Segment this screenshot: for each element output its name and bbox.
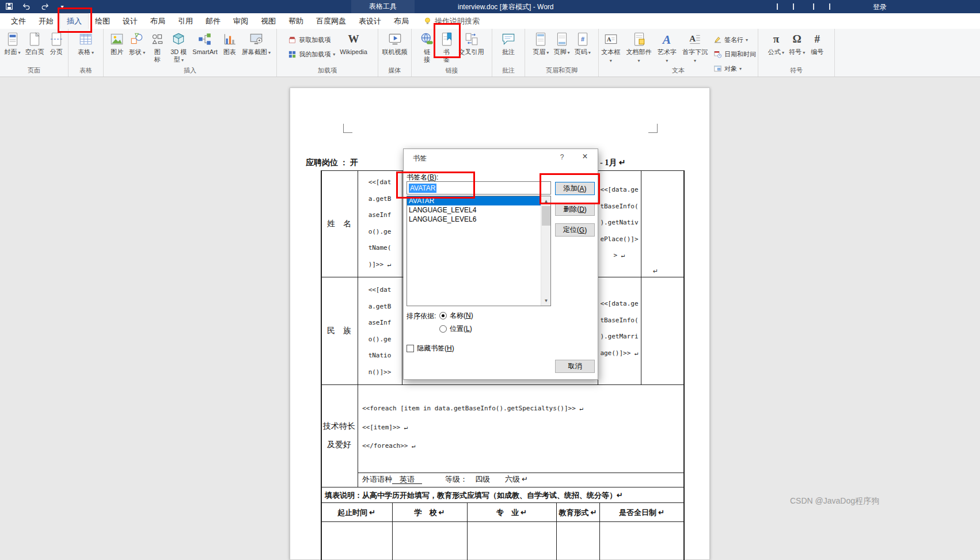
radio-selected-icon[interactable] [439, 312, 447, 319]
scrollbar[interactable]: ▲ ▼ [541, 196, 550, 306]
tab-review[interactable]: 审阅 [227, 13, 255, 29]
button-label: 首字下沉 ▾ [682, 48, 708, 64]
drop-cap-button[interactable]: A首字下沉 ▾ [680, 31, 710, 65]
icons-icon [150, 31, 165, 47]
table-cell-specialty-label: 技术特长 及爱好 [321, 384, 358, 487]
signature-icon [713, 35, 722, 44]
wordart-button[interactable]: A艺术字 ▾ [655, 31, 679, 65]
my-addins-button[interactable]: 我的加载项▾ [286, 49, 337, 59]
date-time-button[interactable]: 日期和时间 [711, 49, 758, 59]
online-video-button[interactable]: 联机视频 [381, 31, 409, 56]
tab-view[interactable]: 视图 [255, 13, 282, 29]
tab-home[interactable]: 开始 [32, 13, 60, 29]
bookmark-list-item[interactable]: LANGUAGE_LEVEL4 [407, 205, 541, 215]
button-label: 交叉引用 [459, 48, 484, 56]
quick-parts-button[interactable]: 文档部件 ▾ [624, 31, 654, 65]
button-label: 3D 模型 ▾ [169, 48, 188, 64]
sign-in-button[interactable]: 登录 [873, 2, 887, 12]
button-label: 符号 ▾ [789, 48, 805, 56]
column-header-major: 专 业 ↵ [467, 508, 556, 518]
chart-button[interactable]: 图表 [221, 31, 239, 56]
3d-models-button[interactable]: 3D 模型 ▾ [168, 31, 189, 64]
tab-design[interactable]: 设计 [116, 13, 144, 29]
3d-model-icon [171, 31, 186, 47]
pictures-button[interactable]: 图片 [108, 31, 126, 56]
scroll-down-icon[interactable]: ▼ [541, 296, 551, 306]
goto-button[interactable]: 定位(G) [555, 223, 595, 237]
group-label: 页面 [0, 66, 68, 75]
comment-button[interactable]: 批注 [499, 31, 518, 56]
numbering-icon: # [815, 31, 821, 47]
store-icon [287, 35, 297, 44]
sort-by-name-option[interactable]: 名称(N) [439, 311, 473, 321]
hidden-bookmarks-label: 隐藏书签(H) [417, 344, 454, 353]
bookmark-list-item[interactable]: LANGUAGE_LEVEL6 [407, 215, 541, 224]
svg-text:#: # [581, 36, 584, 43]
symbol-button[interactable]: Ω符号 ▾ [787, 31, 807, 57]
scrollbar-thumb[interactable] [542, 206, 550, 226]
document-title: interview.doc [兼容模式] - Word [458, 2, 554, 12]
button-label: 图片 [111, 48, 123, 56]
screenshot-button[interactable]: 屏幕截图 ▾ [240, 31, 272, 57]
radio-icon[interactable] [439, 325, 447, 333]
page-number-button[interactable]: #页码 ▾ [573, 31, 592, 57]
wikipedia-icon: W [348, 31, 359, 47]
cover-page-button[interactable]: 封面 ▾ [2, 31, 22, 57]
tab-mailings[interactable]: 邮件 [199, 13, 227, 29]
icons-button[interactable]: 图标 [148, 31, 166, 64]
bookmark-list[interactable]: AVATARLANGUAGE_LEVEL4LANGUAGE_LEVEL6 ▲ ▼ [407, 196, 551, 306]
language-label: 外语语种 [362, 475, 392, 483]
tab-table-layout[interactable]: 布局 [388, 13, 415, 29]
table-border [358, 473, 684, 473]
save-icon[interactable] [5, 2, 14, 11]
group-label: 链接 [412, 66, 492, 75]
wikipedia-button[interactable]: WWikipedia [338, 31, 369, 56]
tab-baidu-netdisk[interactable]: 百度网盘 [310, 13, 352, 29]
tab-references[interactable]: 引用 [172, 13, 199, 29]
group-label: 插入 [104, 66, 276, 75]
column-header-education-form: 教育形式 ↵ [556, 508, 599, 518]
tab-draw[interactable]: 绘图 [89, 13, 116, 29]
group-comments: 批注批注 [492, 29, 525, 77]
text-box-button[interactable]: A文本框 ▾ [599, 31, 623, 65]
page-break-button[interactable]: 分页 [47, 31, 66, 56]
table-border [321, 170, 322, 560]
bookmark-list-items: AVATARLANGUAGE_LEVEL4LANGUAGE_LEVEL6 [407, 196, 550, 224]
tab-file[interactable]: 文件 [5, 13, 32, 29]
checkbox-icon[interactable] [407, 345, 414, 352]
text-box-icon: A [603, 31, 618, 47]
signature-line-button[interactable]: 签名行▾ [711, 35, 758, 45]
equation-button[interactable]: π公式 ▾ [766, 31, 786, 57]
my-addins-icon [287, 49, 297, 59]
tab-layout[interactable]: 布局 [144, 13, 172, 29]
cover-page-icon [5, 31, 20, 47]
footer-button[interactable]: 页脚 ▾ [552, 31, 571, 57]
tab-help[interactable]: 帮助 [282, 13, 310, 29]
hidden-bookmarks-option[interactable]: 隐藏书签(H) [407, 344, 454, 353]
shapes-button[interactable]: 形状 ▾ [127, 31, 147, 57]
close-icon[interactable]: × [579, 151, 591, 162]
button-label: 签名行 [724, 36, 743, 44]
tab-table-design[interactable]: 表设计 [352, 13, 388, 29]
sort-by-position-label: 位置(L) [450, 324, 472, 334]
help-icon[interactable]: ? [557, 153, 567, 161]
get-addins-button[interactable]: 获取加载项 [286, 35, 337, 45]
header-button[interactable]: 页眉 ▾ [531, 31, 550, 57]
cross-reference-button[interactable]: 交叉引用 [457, 31, 486, 56]
button-label: 图表 [223, 48, 236, 56]
ribbon-tab-row: 文件开始插入绘图设计布局引用邮件审阅视图帮助百度网盘表设计布局 操作说明搜索 [0, 13, 980, 29]
table-button[interactable]: 表格 ▾ [76, 31, 96, 57]
undo-icon[interactable] [22, 2, 31, 11]
group-text: A文本框 ▾文档部件 ▾A艺术字 ▾A首字下沉 ▾签名行▾日期和时间对象▾文本 [599, 29, 758, 77]
chart-icon [222, 31, 237, 47]
blank-page-button[interactable]: 空白页 [24, 31, 46, 56]
svg-text:A: A [607, 36, 611, 43]
redo-icon[interactable] [40, 2, 50, 11]
annotation-box-insert-tab [58, 7, 92, 33]
delete-button[interactable]: 删除(D) [555, 203, 595, 216]
page-break-icon [49, 31, 64, 47]
number-button[interactable]: #编号 [808, 31, 826, 56]
cancel-button[interactable]: 取消 [555, 360, 595, 373]
sort-by-position-option[interactable]: 位置(L) [439, 324, 472, 334]
smartart-button[interactable]: SmartArt [191, 31, 219, 56]
